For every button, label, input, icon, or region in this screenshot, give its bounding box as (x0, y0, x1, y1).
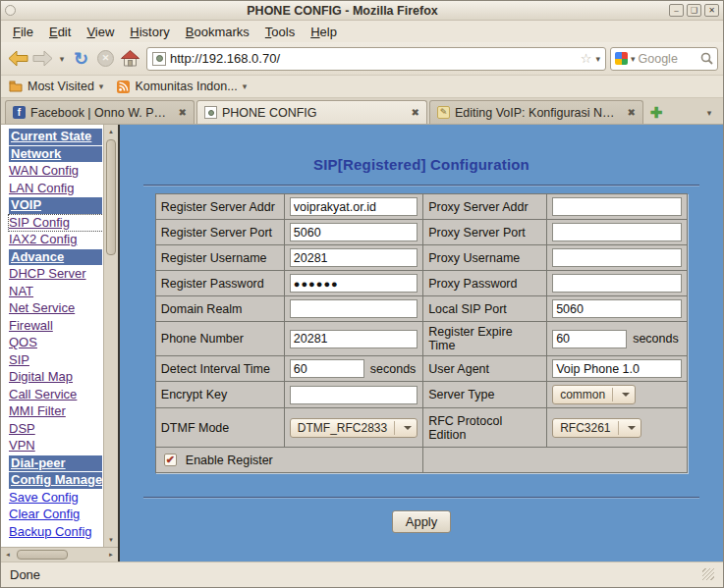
horizontal-scroll-thumb[interactable] (17, 550, 68, 560)
register-server-addr-input[interactable] (290, 197, 418, 216)
register-username-input[interactable] (290, 248, 418, 267)
resize-grip[interactable] (702, 568, 714, 580)
stop-button[interactable]: ✕ (93, 46, 118, 72)
register-server-port-input[interactable] (290, 223, 418, 241)
sidebar-item-backup-config[interactable]: Backup Config (9, 524, 103, 541)
sidebar-item-digital-map[interactable]: Digital Map (9, 369, 103, 386)
phone-number-input[interactable] (290, 330, 418, 348)
search-engine-dropdown-icon[interactable]: ▾ (631, 54, 636, 64)
field-label: Detect Interval Time (155, 356, 284, 382)
sidebar-frame: Current State Network WAN Config LAN Con… (1, 125, 120, 561)
scroll-left-icon[interactable]: ◄ (1, 548, 15, 561)
enable-register-checkbox[interactable]: ✔ (164, 454, 177, 466)
field-label: Register Expire Time (423, 322, 547, 356)
sidebar-item-dsp[interactable]: DSP (9, 421, 103, 438)
home-button[interactable] (118, 46, 142, 72)
scroll-right-icon[interactable]: ► (104, 548, 118, 561)
sidebar-item-sip-config[interactable]: SIP Config (9, 215, 103, 232)
menu-file[interactable]: File (5, 23, 41, 41)
feed-bookmark[interactable]: Komunitas Indon... ▾ (117, 80, 247, 93)
url-dropdown-icon[interactable]: ▾ (595, 54, 600, 64)
field-label: Phone Number (155, 322, 284, 356)
tab-phone-config[interactable]: PHONE CONFIG ✖ (196, 100, 427, 124)
tab-close-icon[interactable]: ✖ (406, 107, 419, 118)
vertical-scroll-thumb[interactable] (106, 139, 116, 255)
sidebar-vertical-scrollbar[interactable]: ▲ ▼ (103, 125, 118, 547)
sidebar-item-firewall[interactable]: Firewall (9, 318, 103, 335)
sidebar-item-net-service[interactable]: Net Service (9, 300, 103, 317)
sidebar-item-qos[interactable]: QOS (9, 335, 103, 351)
rfc-protocol-edition-select[interactable]: RFC3261 (552, 418, 640, 438)
encrypt-key-input[interactable] (290, 386, 418, 404)
sidebar-item-iax2-config[interactable]: IAX2 Config (9, 232, 103, 248)
menu-edit[interactable]: Edit (41, 23, 79, 41)
table-row: Register Server Addr Proxy Server Addr (155, 194, 687, 220)
search-box[interactable]: ▾ Google (610, 47, 718, 71)
minimize-button[interactable]: – (669, 4, 684, 17)
forward-arrow-icon (32, 50, 53, 67)
sidebar-item-call-service[interactable]: Call Service (9, 387, 103, 403)
sidebar-horizontal-scrollbar[interactable]: ◄ ► (1, 547, 118, 561)
proxy-password-input[interactable] (552, 274, 682, 293)
search-input[interactable]: Google (639, 52, 697, 66)
sidebar-item-lan-config[interactable]: LAN Config (9, 181, 103, 197)
reload-button[interactable]: ↻ (69, 46, 93, 72)
table-row: Encrypt Key Server Type common (155, 382, 687, 408)
most-visited-folder[interactable]: Most Visited ▾ (9, 80, 103, 93)
menu-view[interactable]: View (79, 23, 122, 41)
scroll-down-icon[interactable]: ▼ (104, 533, 118, 547)
menu-tools[interactable]: Tools (257, 23, 303, 41)
server-type-select[interactable]: common (552, 385, 636, 404)
domain-realm-input[interactable] (290, 299, 418, 318)
tab-close-icon[interactable]: ✖ (173, 107, 187, 118)
register-expire-time-input[interactable] (552, 330, 627, 348)
sidebar-item-voip[interactable]: VOIP (9, 197, 102, 214)
sidebar-item-sip[interactable]: SIP (9, 352, 103, 369)
field-label: RFC Protocol Edition (423, 408, 547, 448)
menu-history[interactable]: History (122, 23, 177, 41)
sidebar-item-network[interactable]: Network (9, 146, 102, 163)
url-text[interactable]: http://192.168.0.70/ (170, 51, 577, 66)
field-label: Proxy Server Addr (423, 194, 547, 220)
list-all-tabs-button[interactable]: ▾ (699, 102, 719, 124)
tab-close-icon[interactable]: ✖ (622, 107, 636, 118)
edit-page-icon: ✎ (437, 106, 450, 119)
user-agent-input[interactable] (552, 359, 682, 378)
sidebar-item-vpn[interactable]: VPN (9, 438, 103, 454)
sidebar-item-advance[interactable]: Advance (9, 249, 102, 266)
close-button[interactable]: ✕ (704, 4, 719, 17)
new-tab-button[interactable]: ✚ (645, 102, 667, 124)
dtmf-mode-select[interactable]: DTMF_RFC2833 (290, 418, 418, 438)
sidebar-item-mmi-filter[interactable]: MMI Filter (9, 403, 103, 420)
proxy-username-input[interactable] (552, 248, 682, 267)
apply-button[interactable]: Apply (392, 510, 452, 533)
tab-facebook[interactable]: f Facebook | Onno W. Purbo ✖ (5, 100, 195, 124)
tab-editing-voip[interactable]: ✎ Editing VoIP: Konfigurasi Ne... ✖ (429, 100, 643, 124)
scroll-up-icon[interactable]: ▲ (104, 125, 118, 138)
sidebar-item-save-config[interactable]: Save Config (9, 490, 103, 507)
menu-help[interactable]: Help (303, 23, 345, 41)
sidebar-item-clear-config[interactable]: Clear Config (9, 507, 103, 523)
back-button[interactable] (6, 46, 30, 72)
field-label: Proxy Username (423, 245, 547, 271)
register-password-input[interactable] (290, 274, 418, 293)
seconds-suffix: seconds (633, 332, 679, 346)
proxy-server-addr-input[interactable] (552, 197, 682, 216)
history-dropdown-button[interactable]: ▾ (55, 46, 69, 72)
bookmark-star-icon[interactable]: ☆ (581, 51, 592, 66)
sidebar-item-config-manage[interactable]: Config Manage (9, 472, 102, 489)
sidebar-item-dial-peer[interactable]: Dial-peer (9, 455, 102, 472)
menu-bookmarks[interactable]: Bookmarks (178, 23, 257, 41)
maximize-button[interactable]: ❑ (687, 4, 701, 17)
sidebar-item-wan-config[interactable]: WAN Config (9, 163, 103, 180)
bookmarks-toolbar: Most Visited ▾ Komunitas Indon... ▾ (1, 76, 723, 98)
detect-interval-time-input[interactable] (290, 359, 364, 378)
sidebar-item-current-state[interactable]: Current State (9, 129, 102, 145)
local-sip-port-input[interactable] (552, 299, 682, 318)
field-label: Register Password (155, 271, 284, 296)
forward-button[interactable] (30, 46, 55, 72)
url-bar[interactable]: http://192.168.0.70/ ☆ ▾ (146, 47, 606, 71)
sidebar-item-dhcp-server[interactable]: DHCP Server (9, 266, 103, 283)
proxy-server-port-input[interactable] (552, 223, 682, 241)
sidebar-item-nat[interactable]: NAT (9, 284, 103, 300)
